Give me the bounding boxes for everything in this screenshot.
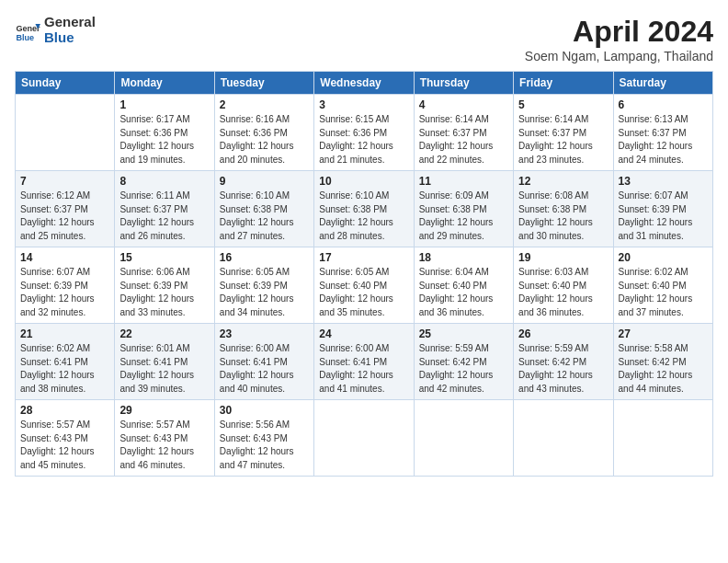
day-number: 3 bbox=[319, 98, 408, 111]
day-number: 20 bbox=[619, 251, 708, 264]
day-info: Sunrise: 6:06 AMSunset: 6:39 PMDaylight:… bbox=[119, 266, 209, 319]
calendar-cell: 28Sunrise: 5:57 AMSunset: 6:43 PMDayligh… bbox=[16, 400, 115, 477]
day-info: Sunrise: 6:17 AMSunset: 6:36 PMDaylight:… bbox=[119, 113, 209, 167]
day-info: Sunrise: 6:00 AMSunset: 6:41 PMDaylight:… bbox=[319, 342, 408, 396]
logo-icon: General Blue bbox=[15, 17, 40, 43]
day-info: Sunrise: 6:14 AMSunset: 6:37 PMDaylight:… bbox=[518, 113, 608, 167]
calendar-cell bbox=[414, 400, 513, 477]
day-info: Sunrise: 6:15 AMSunset: 6:36 PMDaylight:… bbox=[319, 113, 408, 167]
day-number: 29 bbox=[119, 404, 209, 417]
calendar-cell bbox=[514, 400, 613, 477]
day-info: Sunrise: 5:58 AMSunset: 6:42 PMDaylight:… bbox=[619, 342, 708, 396]
day-info: Sunrise: 6:11 AMSunset: 6:37 PMDaylight:… bbox=[119, 190, 209, 243]
logo-blue-text: Blue bbox=[44, 30, 96, 46]
calendar-week-5: 28Sunrise: 5:57 AMSunset: 6:43 PMDayligh… bbox=[16, 400, 713, 477]
calendar-cell: 26Sunrise: 5:59 AMSunset: 6:42 PMDayligh… bbox=[514, 324, 613, 400]
day-number: 24 bbox=[319, 327, 408, 340]
day-info: Sunrise: 6:02 AMSunset: 6:41 PMDaylight:… bbox=[20, 342, 109, 396]
day-number: 11 bbox=[419, 175, 508, 188]
calendar-cell: 25Sunrise: 5:59 AMSunset: 6:42 PMDayligh… bbox=[414, 324, 513, 400]
calendar-cell: 11Sunrise: 6:09 AMSunset: 6:38 PMDayligh… bbox=[414, 171, 513, 247]
calendar-cell bbox=[16, 95, 115, 171]
calendar-week-2: 7Sunrise: 6:12 AMSunset: 6:37 PMDaylight… bbox=[16, 171, 713, 247]
calendar-cell bbox=[613, 400, 712, 477]
day-info: Sunrise: 6:02 AMSunset: 6:40 PMDaylight:… bbox=[619, 266, 708, 319]
calendar-cell: 21Sunrise: 6:02 AMSunset: 6:41 PMDayligh… bbox=[16, 324, 115, 400]
day-number: 5 bbox=[518, 98, 608, 111]
calendar-cell: 6Sunrise: 6:13 AMSunset: 6:37 PMDaylight… bbox=[613, 95, 712, 171]
day-number: 28 bbox=[20, 404, 109, 417]
calendar-week-4: 21Sunrise: 6:02 AMSunset: 6:41 PMDayligh… bbox=[16, 324, 713, 400]
day-number: 26 bbox=[518, 327, 608, 340]
calendar-cell: 4Sunrise: 6:14 AMSunset: 6:37 PMDaylight… bbox=[414, 95, 513, 171]
day-info: Sunrise: 5:56 AMSunset: 6:43 PMDaylight:… bbox=[220, 419, 309, 472]
title-block: April 2024 Soem Ngam, Lampang, Thailand bbox=[525, 15, 713, 63]
calendar-cell: 9Sunrise: 6:10 AMSunset: 6:38 PMDaylight… bbox=[214, 171, 313, 247]
weekday-header-thursday: Thursday bbox=[414, 72, 513, 95]
day-info: Sunrise: 6:07 AMSunset: 6:39 PMDaylight:… bbox=[20, 266, 109, 319]
weekday-header-sunday: Sunday bbox=[16, 72, 115, 95]
day-info: Sunrise: 6:10 AMSunset: 6:38 PMDaylight:… bbox=[319, 190, 408, 243]
day-info: Sunrise: 5:59 AMSunset: 6:42 PMDaylight:… bbox=[419, 342, 508, 396]
day-number: 1 bbox=[119, 98, 209, 111]
calendar-cell: 13Sunrise: 6:07 AMSunset: 6:39 PMDayligh… bbox=[613, 171, 712, 247]
day-number: 7 bbox=[20, 175, 109, 188]
day-number: 23 bbox=[220, 327, 309, 340]
day-info: Sunrise: 6:10 AMSunset: 6:38 PMDaylight:… bbox=[220, 190, 309, 243]
day-info: Sunrise: 6:05 AMSunset: 6:39 PMDaylight:… bbox=[220, 266, 309, 319]
weekday-header-saturday: Saturday bbox=[613, 72, 712, 95]
day-number: 6 bbox=[619, 98, 708, 111]
day-number: 14 bbox=[20, 251, 109, 264]
calendar-cell: 24Sunrise: 6:00 AMSunset: 6:41 PMDayligh… bbox=[314, 324, 414, 400]
day-number: 30 bbox=[220, 404, 309, 417]
day-info: Sunrise: 6:00 AMSunset: 6:41 PMDaylight:… bbox=[220, 342, 309, 396]
calendar-cell: 15Sunrise: 6:06 AMSunset: 6:39 PMDayligh… bbox=[115, 247, 214, 324]
day-number: 16 bbox=[220, 251, 309, 264]
calendar-cell: 18Sunrise: 6:04 AMSunset: 6:40 PMDayligh… bbox=[414, 247, 513, 324]
day-info: Sunrise: 5:57 AMSunset: 6:43 PMDaylight:… bbox=[20, 419, 109, 472]
calendar-week-3: 14Sunrise: 6:07 AMSunset: 6:39 PMDayligh… bbox=[16, 247, 713, 324]
calendar-cell: 5Sunrise: 6:14 AMSunset: 6:37 PMDaylight… bbox=[514, 95, 613, 171]
day-number: 10 bbox=[319, 175, 408, 188]
calendar-week-1: 1Sunrise: 6:17 AMSunset: 6:36 PMDaylight… bbox=[16, 95, 713, 171]
calendar-cell bbox=[314, 400, 414, 477]
day-info: Sunrise: 6:08 AMSunset: 6:38 PMDaylight:… bbox=[518, 190, 608, 243]
weekday-header-row: SundayMondayTuesdayWednesdayThursdayFrid… bbox=[16, 72, 713, 95]
day-number: 27 bbox=[619, 327, 708, 340]
day-number: 17 bbox=[319, 251, 408, 264]
day-info: Sunrise: 6:03 AMSunset: 6:40 PMDaylight:… bbox=[518, 266, 608, 319]
day-number: 13 bbox=[619, 175, 708, 188]
day-info: Sunrise: 6:14 AMSunset: 6:37 PMDaylight:… bbox=[419, 113, 508, 167]
calendar-cell: 1Sunrise: 6:17 AMSunset: 6:36 PMDaylight… bbox=[115, 95, 214, 171]
calendar-cell: 27Sunrise: 5:58 AMSunset: 6:42 PMDayligh… bbox=[613, 324, 712, 400]
calendar-cell: 8Sunrise: 6:11 AMSunset: 6:37 PMDaylight… bbox=[115, 171, 214, 247]
day-info: Sunrise: 6:13 AMSunset: 6:37 PMDaylight:… bbox=[619, 113, 708, 167]
day-number: 21 bbox=[20, 327, 109, 340]
day-number: 15 bbox=[119, 251, 209, 264]
calendar-cell: 17Sunrise: 6:05 AMSunset: 6:40 PMDayligh… bbox=[314, 247, 414, 324]
day-info: Sunrise: 5:59 AMSunset: 6:42 PMDaylight:… bbox=[518, 342, 608, 396]
weekday-header-friday: Friday bbox=[514, 72, 613, 95]
calendar-cell: 23Sunrise: 6:00 AMSunset: 6:41 PMDayligh… bbox=[214, 324, 313, 400]
day-number: 25 bbox=[419, 327, 508, 340]
day-info: Sunrise: 6:01 AMSunset: 6:41 PMDaylight:… bbox=[119, 342, 209, 396]
calendar-cell: 7Sunrise: 6:12 AMSunset: 6:37 PMDaylight… bbox=[16, 171, 115, 247]
day-info: Sunrise: 6:12 AMSunset: 6:37 PMDaylight:… bbox=[20, 190, 109, 243]
calendar-cell: 29Sunrise: 5:57 AMSunset: 6:43 PMDayligh… bbox=[115, 400, 214, 477]
calendar-table: SundayMondayTuesdayWednesdayThursdayFrid… bbox=[15, 71, 713, 477]
calendar-title: April 2024 bbox=[525, 15, 713, 49]
weekday-header-wednesday: Wednesday bbox=[314, 72, 414, 95]
day-number: 12 bbox=[518, 175, 608, 188]
day-info: Sunrise: 6:05 AMSunset: 6:40 PMDaylight:… bbox=[319, 266, 408, 319]
weekday-header-tuesday: Tuesday bbox=[214, 72, 313, 95]
calendar-cell: 10Sunrise: 6:10 AMSunset: 6:38 PMDayligh… bbox=[314, 171, 414, 247]
day-info: Sunrise: 6:16 AMSunset: 6:36 PMDaylight:… bbox=[220, 113, 309, 167]
logo-general-text: General bbox=[44, 15, 96, 30]
svg-text:Blue: Blue bbox=[16, 32, 34, 41]
calendar-cell: 19Sunrise: 6:03 AMSunset: 6:40 PMDayligh… bbox=[514, 247, 613, 324]
day-number: 4 bbox=[419, 98, 508, 111]
logo: General Blue General Blue bbox=[15, 15, 96, 45]
day-number: 9 bbox=[220, 175, 309, 188]
day-number: 18 bbox=[419, 251, 508, 264]
calendar-cell: 2Sunrise: 6:16 AMSunset: 6:36 PMDaylight… bbox=[214, 95, 313, 171]
